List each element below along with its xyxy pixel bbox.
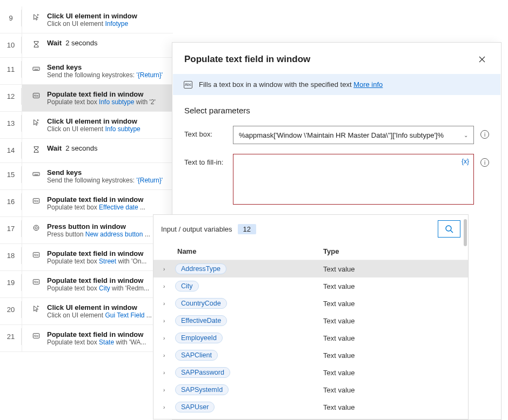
step-subtitle: Click on UI element Infotype xyxy=(47,20,137,28)
text-to-fill-input[interactable] xyxy=(233,154,473,204)
flow-step[interactable]: 20 Click UI element in windowClick on UI… xyxy=(0,298,173,325)
text-to-fill-input-wrap: {x} xyxy=(233,154,474,205)
step-number: 15 xyxy=(0,163,22,186)
flow-step[interactable]: 21 Abc Populate text field in windowPopu… xyxy=(0,325,173,352)
flow-step[interactable]: 9 Click UI element in windowClick on UI … xyxy=(0,6,173,33)
step-subtitle: Populate text box Street with 'On... xyxy=(47,258,146,265)
info-banner: Abc Fills a text box in a window with th… xyxy=(173,74,500,95)
variable-type: Text value xyxy=(323,265,460,273)
info-text: Fills a text box in a window with the sp… xyxy=(199,80,353,89)
close-button[interactable] xyxy=(475,52,489,66)
variable-name: CountryCode xyxy=(175,298,227,309)
variable-type: Text value xyxy=(323,334,460,342)
info-icon[interactable]: i xyxy=(480,158,489,167)
variable-type: Text value xyxy=(323,282,460,290)
svg-text:Abc: Abc xyxy=(34,200,39,202)
flow-step[interactable]: 15 Send keysSend the following keystroke… xyxy=(0,163,173,190)
abc-icon: Abc xyxy=(32,250,41,259)
flow-steps-list: 9 Click UI element in windowClick on UI … xyxy=(0,0,173,352)
step-number: 13 xyxy=(0,112,22,135)
expand-chevron-icon[interactable]: › xyxy=(163,353,175,358)
flow-step[interactable]: 14 Wait 2 seconds xyxy=(0,139,173,163)
variables-heading: Input / output variables xyxy=(161,225,232,233)
step-subtitle: Populate text box Effective date ... xyxy=(47,204,145,211)
svg-text:Abc: Abc xyxy=(34,94,39,97)
flow-step[interactable]: 12 Abc Populate text field in windowPopu… xyxy=(0,85,173,112)
variable-name: SAPPassword xyxy=(175,367,230,378)
flow-step[interactable]: 17 Press button in windowPress button Ne… xyxy=(0,217,173,244)
variables-count: 12 xyxy=(238,224,256,234)
step-title: Populate text field in window xyxy=(47,195,145,204)
keys-icon xyxy=(32,64,41,73)
variable-name: SAPSystemId xyxy=(175,384,229,395)
flow-step[interactable]: 13 Click UI element in windowClick on UI… xyxy=(0,112,173,139)
step-number: 12 xyxy=(0,85,22,108)
step-number: 9 xyxy=(0,6,22,30)
cursor-icon xyxy=(32,13,41,22)
abc-icon: Abc xyxy=(32,197,41,205)
step-number: 10 xyxy=(0,33,22,57)
step-title: Wait 2 seconds xyxy=(47,39,97,47)
flow-step[interactable]: 11 Send keysSend the following keystroke… xyxy=(0,58,173,85)
expand-chevron-icon[interactable]: › xyxy=(163,318,175,324)
info-icon[interactable]: i xyxy=(480,130,489,139)
abc-icon: Abc xyxy=(32,91,41,100)
variable-row[interactable]: › SAPUser Text value xyxy=(153,398,468,416)
step-number: 17 xyxy=(0,217,22,240)
variable-row[interactable]: › EmployeeId Text value xyxy=(153,329,468,347)
cursor-icon xyxy=(32,118,41,127)
cancel-button[interactable]: cel xyxy=(477,238,493,256)
expand-chevron-icon[interactable]: › xyxy=(163,266,175,272)
svg-text:Abc: Abc xyxy=(34,254,39,256)
expand-chevron-icon[interactable]: › xyxy=(163,370,175,376)
flow-step[interactable]: 18 Abc Populate text field in windowPopu… xyxy=(0,244,173,271)
step-title: Send keys xyxy=(47,168,163,177)
svg-text:Abc: Abc xyxy=(34,335,39,337)
expand-chevron-icon[interactable]: › xyxy=(163,301,175,307)
variable-type: Text value xyxy=(323,300,460,308)
action-config-panel: Populate text field in window Abc Fills … xyxy=(172,42,502,420)
more-info-link[interactable]: More info xyxy=(353,80,383,89)
flow-step[interactable]: 16 Abc Populate text field in windowPopu… xyxy=(0,190,173,217)
variable-row[interactable]: › SAPSystemId Text value xyxy=(153,381,468,398)
abc-icon: Abc xyxy=(32,277,41,286)
variable-row[interactable]: › SAPPassword Text value xyxy=(153,364,468,381)
parameters-heading: Select parameters xyxy=(184,106,489,115)
variable-row[interactable]: › CountryCode Text value xyxy=(153,295,468,312)
variable-row[interactable]: › EffectiveDate Text value xyxy=(153,312,468,329)
flow-step[interactable]: 19 Abc Populate text field in windowPopu… xyxy=(0,271,173,298)
chevron-down-icon: ⌄ xyxy=(464,132,468,138)
variables-list: › AddressType Text value › City Text val… xyxy=(153,260,468,419)
insert-variable-button[interactable]: {x} xyxy=(462,158,469,165)
search-button[interactable] xyxy=(438,220,460,238)
svg-point-14 xyxy=(446,226,451,231)
step-title: Send keys xyxy=(47,63,163,71)
variable-row[interactable]: › SAPClient Text value xyxy=(153,347,468,364)
variable-type: Text value xyxy=(323,403,460,411)
wait-icon xyxy=(32,40,41,49)
step-title: Click UI element in window xyxy=(47,303,152,311)
expand-chevron-icon[interactable]: › xyxy=(163,387,175,393)
flow-step[interactable]: 10 Wait 2 seconds xyxy=(0,33,173,58)
fillin-label: Text to fill-in: xyxy=(184,154,233,166)
step-title: Populate text field in window xyxy=(47,249,146,258)
variable-row[interactable]: › State Text value xyxy=(153,416,468,419)
variables-picker: Input / output variables 12 Name Type › … xyxy=(153,214,469,419)
step-title: Populate text field in window xyxy=(47,330,146,338)
variable-name: AddressType xyxy=(175,263,226,274)
keys-icon xyxy=(32,170,41,178)
expand-chevron-icon[interactable]: › xyxy=(163,404,175,410)
textbox-selector[interactable]: %appmask['Window \'Maintain HR Master Da… xyxy=(233,126,474,144)
step-subtitle: Send the following keystrokes: '{Return}… xyxy=(47,177,163,184)
abc-icon: Abc xyxy=(32,331,41,340)
variable-row[interactable]: › AddressType Text value xyxy=(153,260,468,277)
step-subtitle: Send the following keystrokes: '{Return}… xyxy=(47,71,163,79)
variable-name: City xyxy=(175,281,199,292)
variable-name: SAPClient xyxy=(175,350,218,361)
expand-chevron-icon[interactable]: › xyxy=(163,283,175,289)
press-icon xyxy=(32,223,41,232)
step-title: Populate text field in window xyxy=(47,90,156,98)
column-type: Type xyxy=(323,247,460,255)
expand-chevron-icon[interactable]: › xyxy=(163,335,175,341)
variable-row[interactable]: › City Text value xyxy=(153,277,468,295)
